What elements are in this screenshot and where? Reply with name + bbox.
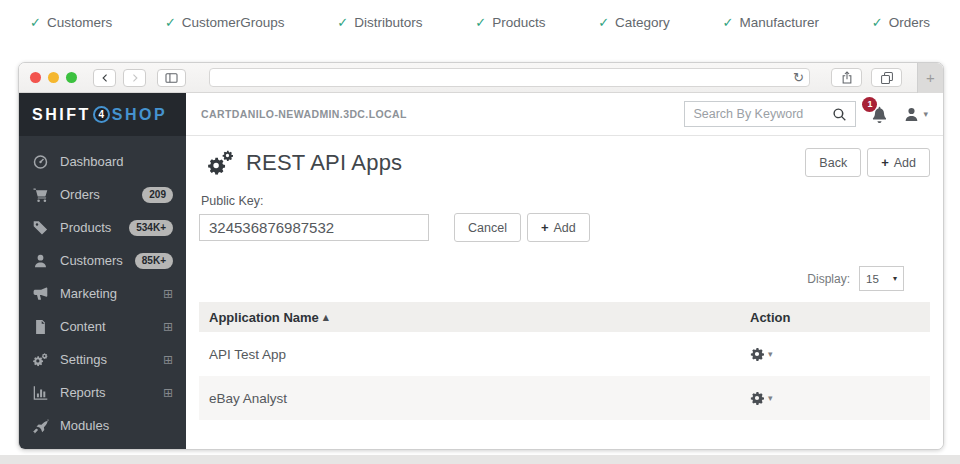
- api-apps-table: Application Name ▲ Action API Test App ▾: [199, 302, 930, 420]
- page-title: REST API Apps: [246, 150, 402, 176]
- gear-icon: [750, 391, 764, 405]
- address-bar[interactable]: ↻: [209, 68, 810, 87]
- close-window-button[interactable]: [30, 72, 41, 83]
- tabs-icon: [880, 71, 894, 85]
- display-count-row: Display: 15 ▾: [199, 266, 930, 291]
- status-item-orders: ✓Orders: [872, 15, 930, 30]
- sidebar-item-products[interactable]: Products 534K+: [19, 211, 186, 244]
- shift4shop-logo[interactable]: SHIFT 4 SHOP: [19, 93, 186, 136]
- sidebar-toggle-button[interactable]: [157, 69, 186, 87]
- tags-icon: [32, 220, 49, 236]
- gears-icon: [32, 352, 49, 368]
- sidebar-item-modules[interactable]: Modules: [19, 409, 186, 442]
- page-title-row: REST API Apps Back +Add: [199, 148, 930, 177]
- sidebar-item-label: Orders: [60, 187, 100, 202]
- sidebar-menu: Dashboard Orders 209 Products 534K+ Cust…: [19, 136, 186, 442]
- sidebar-item-label: Products: [60, 220, 111, 235]
- plus-icon: +: [926, 69, 935, 86]
- status-item-label: Orders: [889, 15, 930, 30]
- sidebar-item-dashboard[interactable]: Dashboard: [19, 145, 186, 178]
- sidebar-item-settings[interactable]: Settings ⊞: [19, 343, 186, 376]
- search-icon[interactable]: [832, 107, 847, 122]
- sidebar-item-marketing[interactable]: Marketing ⊞: [19, 277, 186, 310]
- bottom-divider: [0, 455, 960, 464]
- plus-icon: +: [541, 220, 549, 235]
- orders-count-badge: 209: [142, 187, 173, 203]
- sidebar-item-label: Settings: [60, 352, 107, 367]
- back-nav-button[interactable]: [93, 69, 116, 87]
- row-action-menu[interactable]: ▾: [750, 347, 930, 361]
- sidebar-item-reports[interactable]: Reports ⊞: [19, 376, 186, 409]
- share-button[interactable]: [831, 68, 862, 87]
- sidebar-item-label: Dashboard: [60, 154, 124, 169]
- status-item-manufacturer: ✓Manufacturer: [723, 15, 819, 30]
- status-item-customers: ✓Customers: [30, 15, 112, 30]
- row-action-menu[interactable]: ▾: [750, 391, 930, 405]
- display-count-select[interactable]: 15 ▾: [859, 266, 904, 291]
- notification-count-badge: 1: [862, 97, 877, 112]
- chevron-down-icon: ▾: [768, 393, 773, 403]
- column-action: Action: [750, 310, 930, 325]
- sidebar-item-label: Customers: [60, 253, 123, 268]
- expand-plus-icon[interactable]: ⊞: [163, 353, 173, 367]
- status-item-label: Products: [492, 15, 545, 30]
- browser-window: ↻ + SHIFT 4 SHOP Dashboard: [18, 62, 944, 450]
- user-icon: [32, 253, 49, 269]
- public-key-form: Cancel +Add: [199, 213, 930, 242]
- form-add-button-label: Add: [554, 221, 576, 235]
- app-name-cell: eBay Analyst: [199, 391, 750, 406]
- form-buttons: Cancel +Add: [454, 213, 590, 242]
- check-icon: ✓: [598, 15, 609, 30]
- add-button-label: Add: [894, 156, 916, 170]
- logo-text: SHIFT 4 SHOP: [32, 106, 167, 124]
- display-label: Display:: [807, 272, 850, 286]
- sidebar-item-customers[interactable]: Customers 85K+: [19, 244, 186, 277]
- new-tab-button[interactable]: +: [917, 63, 943, 93]
- back-button-label: Back: [819, 156, 847, 170]
- share-icon: [840, 70, 854, 85]
- gear-icon: [750, 347, 764, 361]
- chevron-right-icon: [130, 73, 140, 83]
- user-menu-button[interactable]: ▾: [903, 106, 928, 123]
- browser-toolbar: ↻ +: [19, 63, 943, 93]
- notifications-button[interactable]: 1: [870, 105, 889, 124]
- public-key-input[interactable]: [199, 214, 429, 241]
- address-input[interactable]: [210, 69, 809, 86]
- status-item-category: ✓Category: [598, 15, 670, 30]
- forward-nav-button[interactable]: [123, 69, 146, 87]
- dashboard-icon: [32, 154, 49, 170]
- status-item-label: Manufacturer: [740, 15, 820, 30]
- expand-plus-icon[interactable]: ⊞: [163, 287, 173, 301]
- table-header: Application Name ▲ Action: [199, 302, 930, 332]
- status-item-label: Distributors: [354, 15, 422, 30]
- cancel-button[interactable]: Cancel: [454, 213, 521, 242]
- check-icon: ✓: [475, 15, 486, 30]
- status-item-label: CustomerGroups: [182, 15, 285, 30]
- sidebar-item-label: Content: [60, 319, 106, 334]
- expand-plus-icon[interactable]: ⊞: [163, 320, 173, 334]
- reload-icon[interactable]: ↻: [793, 70, 804, 85]
- page-title-buttons: Back +Add: [805, 148, 930, 177]
- sidebar-panes-icon: [164, 71, 179, 85]
- admin-header-actions: 1 ▾: [684, 101, 928, 127]
- page-content: REST API Apps Back +Add Public Key: Canc…: [186, 136, 943, 449]
- sidebar-item-content[interactable]: Content ⊞: [19, 310, 186, 343]
- form-add-button[interactable]: +Add: [527, 213, 590, 242]
- products-count-badge: 534K+: [129, 220, 173, 236]
- show-tabs-button[interactable]: [871, 68, 902, 87]
- bar-chart-icon: [32, 385, 49, 401]
- minimize-window-button[interactable]: [48, 72, 59, 83]
- sidebar-item-orders[interactable]: Orders 209: [19, 178, 186, 211]
- search-input[interactable]: [693, 107, 826, 121]
- expand-plus-icon[interactable]: ⊞: [163, 386, 173, 400]
- back-button[interactable]: Back: [805, 148, 861, 177]
- check-icon: ✓: [872, 15, 883, 30]
- logo-4-badge: 4: [93, 106, 110, 123]
- add-button[interactable]: +Add: [867, 148, 930, 177]
- column-application-name[interactable]: Application Name ▲: [199, 310, 750, 325]
- check-icon: ✓: [337, 15, 348, 30]
- sidebar-item-label: Marketing: [60, 286, 117, 301]
- keyword-search-box[interactable]: [684, 101, 856, 127]
- zoom-window-button[interactable]: [66, 72, 77, 83]
- chevron-down-icon: ▾: [768, 349, 773, 359]
